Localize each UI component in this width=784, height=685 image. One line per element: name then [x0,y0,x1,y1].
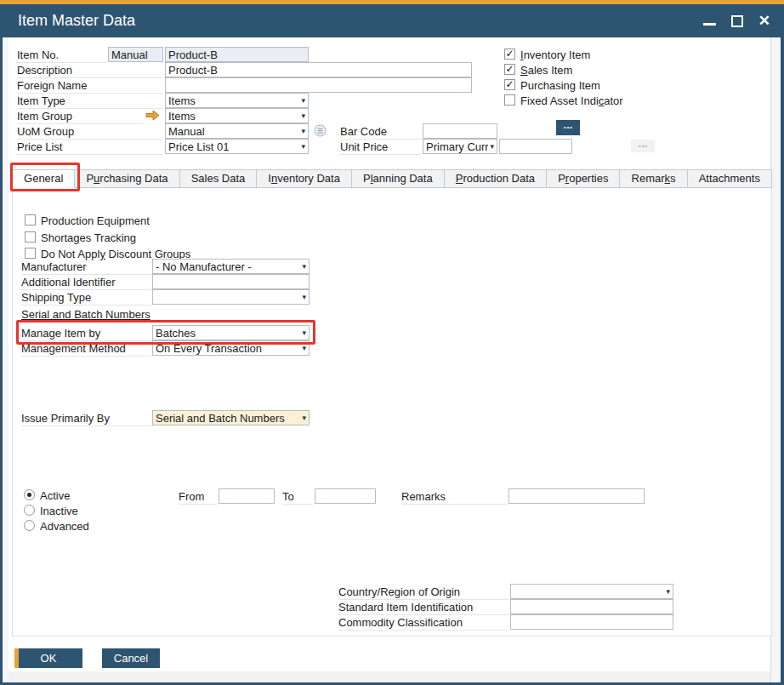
remarks-label: Remarks [401,490,507,505]
commodity-classification-label: Commodity Classification [338,616,508,631]
additional-identifier-input[interactable] [152,274,310,289]
tab-production-data[interactable]: Production Data [445,169,547,188]
item-type-select[interactable]: Items ▾ [165,93,309,108]
minimize-icon [703,23,716,26]
maximize-button[interactable] [731,15,743,27]
standard-item-identification-input[interactable] [510,599,673,614]
manage-item-by-select[interactable]: Batches ▾ [152,325,310,340]
radio-label-active: Active [40,489,70,502]
window-border-right [781,37,784,685]
item-type-value: Items [168,94,196,107]
ok-button[interactable]: OK [14,648,82,668]
dropdown-arrow-icon: ▾ [490,142,494,151]
management-method-label: Management Method [21,342,151,357]
item-no-field[interactable]: Product-B [165,47,309,62]
uom-list-icon[interactable] [314,124,327,137]
tab-attachments[interactable]: Attachments [688,169,772,188]
remarks-input[interactable] [508,488,645,504]
management-method-select[interactable]: On Every Transaction ▾ [152,340,310,356]
radio-active[interactable] [24,489,35,500]
description-input[interactable]: Product-B [165,62,472,77]
from-input[interactable] [219,488,275,504]
ellipsis-icon: ... [564,118,573,131]
commodity-classification-input[interactable] [510,614,673,630]
tab-planning-data[interactable]: Planning Data [352,169,445,188]
checkbox-label-inventory-item: Inventory Item [520,49,590,61]
tab-strip: General Purchasing Data Sales Data Inven… [12,169,772,188]
description-label: Description [17,64,163,78]
to-label: To [282,490,313,505]
bar-code-browse-button[interactable]: ... [556,120,580,135]
unit-price-currency-select[interactable]: Primary Currer ▾ [423,139,497,154]
radio-inactive[interactable] [24,505,35,516]
tab-general[interactable]: General [12,169,75,188]
minimize-button[interactable] [703,16,716,26]
close-icon: ✕ [758,15,770,27]
unit-price-currency-value: Primary Currer [426,140,488,153]
tab-purchasing-data[interactable]: Purchasing Data [75,169,179,188]
radio-label-inactive: Inactive [40,505,78,517]
shipping-type-select[interactable]: ▾ [152,289,310,305]
ok-button-accent-stripe [14,648,19,668]
price-list-value: Price List 01 [168,140,230,153]
serial-and-batch-section-header: Serial and Batch Numbers [21,308,151,321]
checkbox-label-shortages-tracking: Shortages Tracking [41,231,136,244]
manufacturer-value: - No Manufacturer - [156,260,252,273]
checkbox-label-production-equipment: Production Equipment [41,214,150,227]
left-gutter [3,37,9,682]
checkbox-label-sales-item: Sales Item [520,64,572,77]
to-input[interactable] [315,488,376,504]
item-master-data-window: Item Master Data ✕ Item No. Manual Produ… [0,0,784,685]
tab-sales-data[interactable]: Sales Data [180,169,258,188]
check-icon: ✓ [505,48,514,60]
country-region-of-origin-label: Country/Region of Origin [338,585,508,600]
bar-code-label: Bar Code [340,125,421,140]
bar-code-input[interactable] [423,123,497,139]
manage-item-by-value: Batches [156,327,196,340]
window-controls: ✕ [703,4,770,37]
check-icon: ✓ [505,78,514,90]
dropdown-arrow-icon: ▾ [301,142,305,151]
from-label: From [179,490,217,505]
checkbox-purchasing-item[interactable]: ✓ [504,79,515,90]
checkbox-production-equipment[interactable] [25,214,36,225]
price-list-select[interactable]: Price List 01 ▾ [165,139,309,154]
checkbox-sales-item[interactable]: ✓ [504,64,515,75]
uom-group-select[interactable]: Manual ▾ [165,123,309,139]
item-type-label: Item Type [17,94,163,109]
foreign-name-input[interactable] [165,77,472,93]
manufacturer-label: Manufacturer [21,260,151,275]
item-no-value: Product-B [168,49,218,61]
tab-remarks[interactable]: Remarks [620,169,687,188]
window-title: Item Master Data [18,12,135,30]
standard-item-identification-label: Standard Item Identification [338,601,508,615]
checkbox-shortages-tracking[interactable] [25,231,36,243]
foreign-name-label: Foreign Name [17,79,163,94]
issue-primarily-by-label: Issue Primarily By [21,412,151,426]
item-group-label: Item Group [17,110,143,124]
uom-group-value: Manual [168,125,205,138]
dropdown-arrow-icon: ▾ [302,414,306,422]
management-method-value: On Every Transaction [156,342,262,355]
item-group-select[interactable]: Items ▾ [165,108,309,123]
issue-primarily-by-select[interactable]: Serial and Batch Numbers ▾ [152,410,310,425]
checkbox-fixed-asset-indicator[interactable] [504,94,515,106]
close-button[interactable]: ✕ [758,15,770,27]
unit-price-browse-button[interactable]: ... [631,140,655,152]
tab-properties[interactable]: Properties [547,169,620,188]
checkbox-do-not-apply-discount-groups[interactable] [25,248,36,259]
link-arrow-icon[interactable] [145,110,160,121]
unit-price-label: Unit Price [340,140,421,155]
manufacturer-select[interactable]: - No Manufacturer - ▾ [152,259,310,274]
tab-inventory-data[interactable]: Inventory Data [257,169,352,188]
item-no-series-field[interactable]: Manual [108,47,163,62]
unit-price-input[interactable] [499,139,572,154]
checkbox-inventory-item[interactable]: ✓ [504,49,515,60]
price-list-label: Price List [17,140,163,155]
cancel-button[interactable]: Cancel [102,648,160,668]
item-no-series-value: Manual [111,49,148,61]
radio-advanced[interactable] [24,520,35,531]
country-region-of-origin-select[interactable]: ▾ [510,584,673,599]
additional-identifier-label: Additional Identifier [21,276,151,290]
dropdown-arrow-icon: ▾ [666,587,670,596]
